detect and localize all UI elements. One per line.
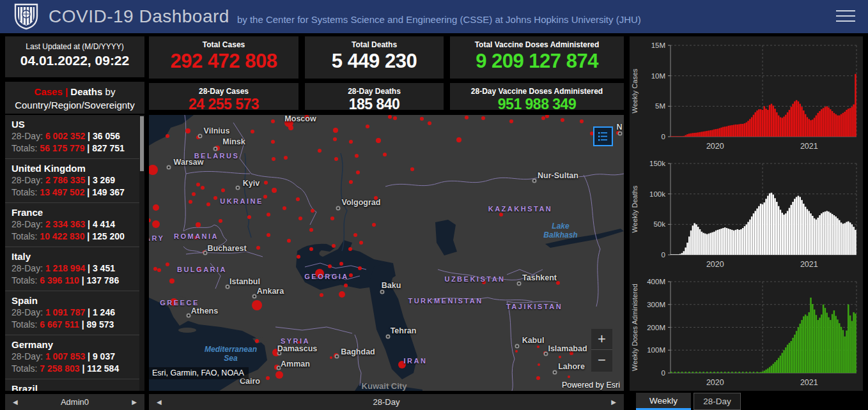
case-marker-dot[interactable]	[287, 239, 291, 243]
case-marker-dot[interactable]	[255, 339, 259, 343]
case-marker-dot[interactable]	[334, 157, 338, 161]
case-marker-dot[interactable]	[568, 376, 570, 378]
case-marker-dot[interactable]	[271, 119, 275, 123]
case-marker-dot[interactable]	[252, 300, 262, 310]
case-marker-dot[interactable]	[169, 278, 174, 284]
case-marker-dot[interactable]	[330, 216, 334, 220]
prev-arrow-icon[interactable]: ◀	[149, 399, 169, 406]
case-marker-dot[interactable]	[264, 181, 268, 185]
scrollbar-thumb[interactable]	[140, 116, 144, 171]
case-marker-dot[interactable]	[393, 116, 397, 120]
case-marker-dot[interactable]	[201, 186, 205, 190]
case-marker-dot[interactable]	[298, 216, 302, 220]
case-marker-dot[interactable]	[420, 117, 424, 121]
case-marker-dot[interactable]	[383, 153, 387, 156]
case-marker-dot[interactable]	[348, 247, 352, 251]
case-marker-dot[interactable]	[372, 223, 376, 227]
case-marker-dot[interactable]	[456, 137, 461, 142]
case-marker-dot[interactable]	[267, 233, 270, 237]
case-marker-dot[interactable]	[166, 262, 169, 266]
map[interactable]: HUNGARYBELARUSUKRAINEROMANIABULGARIAGREE…	[149, 115, 624, 391]
case-marker-dot[interactable]	[219, 219, 222, 223]
country-entry[interactable]: US28-Day: 6 002 352 | 36 056Totals: 56 1…	[5, 115, 144, 159]
prev-arrow-icon[interactable]: ◀	[5, 399, 26, 406]
case-marker-dot[interactable]	[272, 157, 275, 161]
case-marker-dot[interactable]	[366, 125, 369, 128]
case-marker-dot[interactable]	[515, 350, 518, 353]
case-marker-dot[interactable]	[465, 116, 469, 119]
case-marker-dot[interactable]	[499, 213, 503, 216]
country-entry[interactable]: France28-Day: 2 334 363 | 4 414Totals: 1…	[5, 203, 144, 247]
case-marker-dot[interactable]	[251, 130, 254, 133]
case-marker-dot[interactable]	[536, 376, 540, 380]
cases-toggle[interactable]: Cases	[35, 86, 63, 97]
case-marker-dot[interactable]	[192, 192, 196, 196]
case-marker-dot[interactable]	[318, 149, 322, 153]
case-marker-dot[interactable]	[559, 356, 561, 358]
case-marker-dot[interactable]	[481, 116, 485, 120]
case-marker-dot[interactable]	[541, 116, 545, 120]
case-marker-dot[interactable]	[537, 345, 539, 348]
case-marker-dot[interactable]	[410, 167, 414, 171]
case-marker-dot[interactable]	[152, 220, 160, 228]
case-marker-dot[interactable]	[428, 121, 431, 125]
case-marker-dot[interactable]	[353, 233, 357, 237]
case-marker-dot[interactable]	[333, 128, 338, 133]
case-marker-dot[interactable]	[297, 255, 300, 259]
case-marker-dot[interactable]	[349, 140, 353, 144]
case-marker-dot[interactable]	[196, 183, 200, 186]
zoom-in-button[interactable]: +	[591, 329, 612, 350]
map-time-tab-label[interactable]: 28-Day	[373, 397, 400, 407]
case-marker-dot[interactable]	[256, 246, 260, 250]
scrollbar-track[interactable]	[139, 115, 144, 391]
next-arrow-icon[interactable]: ▶	[603, 399, 624, 406]
case-marker-dot[interactable]	[580, 119, 584, 123]
case-marker-dot[interactable]	[166, 134, 169, 138]
next-arrow-icon[interactable]: ▶	[124, 399, 144, 406]
case-marker-dot[interactable]	[153, 204, 159, 211]
case-marker-dot[interactable]	[288, 125, 293, 130]
case-marker-dot[interactable]	[189, 200, 192, 204]
case-marker-dot[interactable]	[509, 119, 513, 123]
case-marker-dot[interactable]	[263, 195, 267, 199]
case-marker-dot[interactable]	[311, 209, 314, 213]
case-marker-dot[interactable]	[221, 188, 225, 192]
case-marker-dot[interactable]	[157, 268, 161, 272]
case-marker-dot[interactable]	[247, 215, 251, 219]
country-entry[interactable]: Spain28-Day: 1 091 787 | 1 246Totals: 6 …	[5, 291, 144, 335]
case-marker-dot[interactable]	[196, 222, 201, 227]
case-marker-dot[interactable]	[271, 140, 275, 144]
case-marker-dot[interactable]	[272, 188, 277, 193]
case-marker-dot[interactable]	[330, 356, 332, 359]
country-entry[interactable]: United Kingdom28-Day: 2 786 335 | 3 269T…	[5, 159, 144, 203]
admin-tab-label[interactable]: Admin0	[61, 397, 89, 407]
case-marker-dot[interactable]	[267, 213, 270, 216]
case-marker-dot[interactable]	[266, 376, 270, 380]
case-marker-dot[interactable]	[309, 228, 313, 232]
case-marker-dot[interactable]	[355, 154, 359, 158]
case-marker-dot[interactable]	[275, 371, 283, 379]
case-marker-dot[interactable]	[359, 241, 363, 245]
case-marker-dot[interactable]	[339, 262, 343, 266]
case-marker-dot[interactable]	[320, 293, 323, 297]
case-marker-dot[interactable]	[185, 128, 190, 133]
case-marker-dot[interactable]	[333, 137, 337, 141]
case-marker-dot[interactable]	[388, 115, 392, 119]
case-marker-dot[interactable]	[356, 171, 360, 174]
case-marker-dot[interactable]	[358, 266, 362, 270]
case-marker-dot[interactable]	[284, 156, 288, 160]
case-marker-dot[interactable]	[309, 247, 313, 251]
zoom-out-button[interactable]: −	[591, 350, 612, 371]
case-marker-dot[interactable]	[328, 264, 332, 268]
tab-weekly[interactable]: Weekly	[636, 393, 691, 410]
case-marker-dot[interactable]	[344, 284, 348, 287]
case-marker-dot[interactable]	[283, 206, 286, 210]
case-marker-dot[interactable]	[296, 197, 300, 201]
case-marker-dot[interactable]	[332, 244, 336, 248]
case-marker-dot[interactable]	[349, 273, 353, 277]
legend-button[interactable]	[593, 126, 613, 146]
case-marker-dot[interactable]	[213, 196, 217, 200]
case-marker-dot[interactable]	[349, 180, 353, 184]
case-marker-dot[interactable]	[376, 138, 381, 143]
menu-icon[interactable]	[836, 10, 855, 23]
